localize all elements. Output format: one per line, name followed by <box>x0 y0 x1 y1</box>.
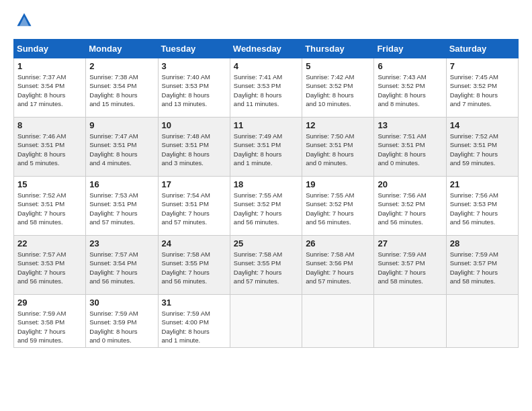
calendar-cell: 25Sunrise: 7:58 AM Sunset: 3:55 PM Dayli… <box>230 236 302 295</box>
day-info: Sunrise: 7:56 AM Sunset: 3:52 PM Dayligh… <box>378 191 442 226</box>
day-info: Sunrise: 7:55 AM Sunset: 3:52 PM Dayligh… <box>306 191 370 226</box>
calendar-cell: 14Sunrise: 7:52 AM Sunset: 3:51 PM Dayli… <box>446 118 518 177</box>
day-number: 17 <box>162 179 226 189</box>
day-info: Sunrise: 7:53 AM Sunset: 3:51 PM Dayligh… <box>89 191 154 226</box>
calendar-cell: 2Sunrise: 7:38 AM Sunset: 3:54 PM Daylig… <box>86 58 158 118</box>
day-info: Sunrise: 7:54 AM Sunset: 3:51 PM Dayligh… <box>162 191 226 226</box>
day-info: Sunrise: 7:59 AM Sunset: 3:57 PM Dayligh… <box>378 250 442 285</box>
calendar-header-monday: Monday <box>86 40 158 58</box>
calendar-week-row: 22Sunrise: 7:57 AM Sunset: 3:53 PM Dayli… <box>14 236 519 295</box>
calendar-cell: 23Sunrise: 7:57 AM Sunset: 3:54 PM Dayli… <box>86 236 158 295</box>
header <box>13 11 519 32</box>
calendar-cell: 24Sunrise: 7:58 AM Sunset: 3:55 PM Dayli… <box>158 236 230 295</box>
day-info: Sunrise: 7:58 AM Sunset: 3:55 PM Dayligh… <box>162 250 226 285</box>
calendar-header-tuesday: Tuesday <box>158 40 230 58</box>
calendar-cell: 6Sunrise: 7:43 AM Sunset: 3:52 PM Daylig… <box>374 58 446 118</box>
day-number: 12 <box>306 120 370 130</box>
calendar-header-row: SundayMondayTuesdayWednesdayThursdayFrid… <box>14 40 519 58</box>
calendar-week-row: 1Sunrise: 7:37 AM Sunset: 3:54 PM Daylig… <box>14 58 519 118</box>
logo <box>13 11 36 32</box>
calendar-cell: 26Sunrise: 7:58 AM Sunset: 3:56 PM Dayli… <box>302 236 374 295</box>
calendar-cell: 7Sunrise: 7:45 AM Sunset: 3:52 PM Daylig… <box>446 58 518 118</box>
calendar-cell: 13Sunrise: 7:51 AM Sunset: 3:51 PM Dayli… <box>374 118 446 177</box>
calendar-cell: 18Sunrise: 7:55 AM Sunset: 3:52 PM Dayli… <box>230 177 302 236</box>
day-number: 2 <box>89 61 154 71</box>
day-info: Sunrise: 7:40 AM Sunset: 3:53 PM Dayligh… <box>162 73 226 108</box>
calendar-header-thursday: Thursday <box>302 40 374 58</box>
calendar-cell: 31Sunrise: 7:59 AM Sunset: 4:00 PM Dayli… <box>158 295 230 348</box>
day-number: 16 <box>89 179 154 189</box>
day-number: 3 <box>162 61 226 71</box>
day-number: 6 <box>378 61 442 71</box>
day-number: 9 <box>89 120 154 130</box>
calendar-week-row: 8Sunrise: 7:46 AM Sunset: 3:51 PM Daylig… <box>14 118 519 177</box>
day-number: 26 <box>306 238 370 248</box>
calendar-cell <box>230 295 302 348</box>
day-number: 14 <box>450 120 515 130</box>
calendar-cell: 27Sunrise: 7:59 AM Sunset: 3:57 PM Dayli… <box>374 236 446 295</box>
calendar-cell: 9Sunrise: 7:47 AM Sunset: 3:51 PM Daylig… <box>86 118 158 177</box>
calendar-cell: 28Sunrise: 7:59 AM Sunset: 3:57 PM Dayli… <box>446 236 518 295</box>
day-number: 28 <box>450 238 515 248</box>
day-info: Sunrise: 7:55 AM Sunset: 3:52 PM Dayligh… <box>234 191 298 226</box>
day-number: 24 <box>162 238 226 248</box>
calendar-header-sunday: Sunday <box>14 40 86 58</box>
calendar-cell: 29Sunrise: 7:59 AM Sunset: 3:58 PM Dayli… <box>14 295 86 348</box>
day-info: Sunrise: 7:48 AM Sunset: 3:51 PM Dayligh… <box>162 132 226 167</box>
calendar-cell: 10Sunrise: 7:48 AM Sunset: 3:51 PM Dayli… <box>158 118 230 177</box>
day-number: 23 <box>89 238 154 248</box>
day-number: 13 <box>378 120 442 130</box>
day-number: 15 <box>17 179 82 189</box>
day-number: 7 <box>450 61 515 71</box>
day-number: 22 <box>17 238 82 248</box>
calendar-cell: 22Sunrise: 7:57 AM Sunset: 3:53 PM Dayli… <box>14 236 86 295</box>
calendar-cell: 5Sunrise: 7:42 AM Sunset: 3:52 PM Daylig… <box>302 58 374 118</box>
day-info: Sunrise: 7:37 AM Sunset: 3:54 PM Dayligh… <box>17 73 82 108</box>
day-info: Sunrise: 7:59 AM Sunset: 3:57 PM Dayligh… <box>450 250 515 285</box>
calendar-cell <box>374 295 446 348</box>
day-info: Sunrise: 7:43 AM Sunset: 3:52 PM Dayligh… <box>378 73 442 108</box>
calendar-cell: 12Sunrise: 7:50 AM Sunset: 3:51 PM Dayli… <box>302 118 374 177</box>
day-number: 8 <box>17 120 82 130</box>
page: SundayMondayTuesdayWednesdayThursdayFrid… <box>0 0 532 411</box>
day-info: Sunrise: 7:51 AM Sunset: 3:51 PM Dayligh… <box>378 132 442 167</box>
calendar-cell: 21Sunrise: 7:56 AM Sunset: 3:53 PM Dayli… <box>446 177 518 236</box>
calendar-cell: 17Sunrise: 7:54 AM Sunset: 3:51 PM Dayli… <box>158 177 230 236</box>
calendar-header-wednesday: Wednesday <box>230 40 302 58</box>
day-number: 30 <box>89 298 154 308</box>
calendar-cell: 1Sunrise: 7:37 AM Sunset: 3:54 PM Daylig… <box>14 58 86 118</box>
calendar-cell: 15Sunrise: 7:52 AM Sunset: 3:51 PM Dayli… <box>14 177 86 236</box>
day-info: Sunrise: 7:46 AM Sunset: 3:51 PM Dayligh… <box>17 132 82 167</box>
day-info: Sunrise: 7:45 AM Sunset: 3:52 PM Dayligh… <box>450 73 515 108</box>
day-number: 27 <box>378 238 442 248</box>
calendar-cell: 8Sunrise: 7:46 AM Sunset: 3:51 PM Daylig… <box>14 118 86 177</box>
calendar-header-friday: Friday <box>374 40 446 58</box>
day-info: Sunrise: 7:49 AM Sunset: 3:51 PM Dayligh… <box>234 132 298 167</box>
day-info: Sunrise: 7:58 AM Sunset: 3:55 PM Dayligh… <box>234 250 298 285</box>
day-number: 18 <box>234 179 298 189</box>
day-info: Sunrise: 7:41 AM Sunset: 3:53 PM Dayligh… <box>234 73 298 108</box>
day-number: 1 <box>17 61 82 71</box>
calendar-cell <box>446 295 518 348</box>
calendar-week-row: 15Sunrise: 7:52 AM Sunset: 3:51 PM Dayli… <box>14 177 519 236</box>
calendar-header-saturday: Saturday <box>446 40 518 58</box>
calendar-week-row: 29Sunrise: 7:59 AM Sunset: 3:58 PM Dayli… <box>14 295 519 348</box>
day-number: 20 <box>378 179 442 189</box>
calendar-cell <box>302 295 374 348</box>
day-number: 31 <box>162 298 226 308</box>
day-info: Sunrise: 7:59 AM Sunset: 3:59 PM Dayligh… <box>89 309 154 345</box>
calendar-table: SundayMondayTuesdayWednesdayThursdayFrid… <box>13 39 519 348</box>
day-number: 4 <box>234 61 298 71</box>
day-info: Sunrise: 7:47 AM Sunset: 3:51 PM Dayligh… <box>89 132 154 167</box>
calendar-cell: 20Sunrise: 7:56 AM Sunset: 3:52 PM Dayli… <box>374 177 446 236</box>
day-info: Sunrise: 7:38 AM Sunset: 3:54 PM Dayligh… <box>89 73 154 108</box>
day-number: 19 <box>306 179 370 189</box>
day-info: Sunrise: 7:50 AM Sunset: 3:51 PM Dayligh… <box>306 132 370 167</box>
day-number: 10 <box>162 120 226 130</box>
logo-icon <box>15 11 34 30</box>
calendar-cell: 16Sunrise: 7:53 AM Sunset: 3:51 PM Dayli… <box>86 177 158 236</box>
day-number: 5 <box>306 61 370 71</box>
calendar-cell: 4Sunrise: 7:41 AM Sunset: 3:53 PM Daylig… <box>230 58 302 118</box>
day-info: Sunrise: 7:59 AM Sunset: 4:00 PM Dayligh… <box>162 309 226 345</box>
calendar-cell: 11Sunrise: 7:49 AM Sunset: 3:51 PM Dayli… <box>230 118 302 177</box>
